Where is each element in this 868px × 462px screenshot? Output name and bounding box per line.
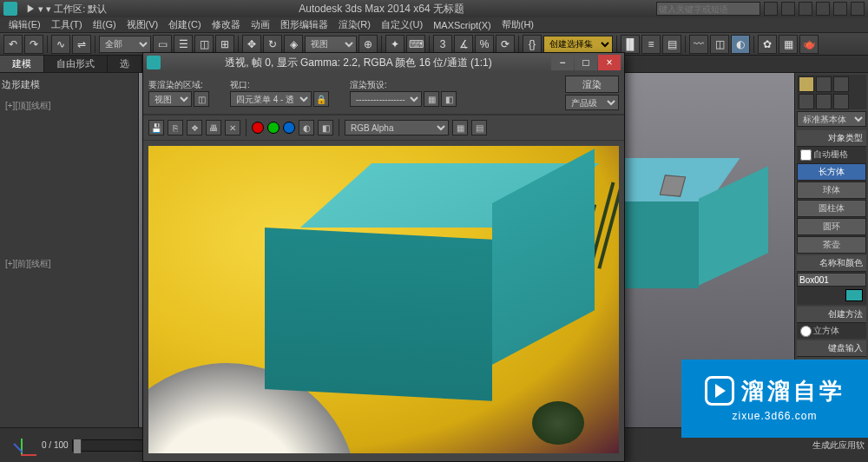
select-region-icon[interactable]: ◫: [194, 35, 214, 54]
percent-snap-icon[interactable]: %: [475, 35, 494, 54]
help-icon[interactable]: [816, 2, 830, 16]
menu-rendering[interactable]: 渲染(R): [333, 18, 376, 31]
manipulate-icon[interactable]: ✦: [385, 35, 404, 54]
object-color-swatch[interactable]: [845, 289, 863, 301]
scale-icon[interactable]: ◈: [284, 35, 303, 54]
signin-icon[interactable]: [781, 2, 795, 16]
rotate-icon[interactable]: ↻: [263, 35, 282, 54]
viewport-label-top[interactable]: [+][顶][线框]: [2, 98, 136, 114]
dialog-maximize-button[interactable]: □: [575, 55, 597, 70]
toggle-overlay-icon[interactable]: ▦: [452, 120, 468, 135]
select-icon[interactable]: ▭: [153, 35, 172, 54]
undo-icon[interactable]: ↶: [3, 35, 23, 54]
menu-tools[interactable]: 工具(T): [46, 18, 88, 31]
select-by-name-icon[interactable]: ☰: [174, 35, 193, 54]
prim-cylinder-button[interactable]: 圆柱体: [797, 200, 866, 217]
hierarchy-tab-icon[interactable]: [833, 76, 849, 92]
rendered-image[interactable]: [143, 141, 624, 459]
dialog-close-button[interactable]: ×: [598, 55, 621, 70]
viewport-combo[interactable]: 四元菜单 4 - 透: [230, 91, 312, 107]
object-type-header[interactable]: 对象类型: [797, 130, 866, 147]
utilities-tab-icon[interactable]: [833, 94, 849, 109]
motion-tab-icon[interactable]: [799, 94, 814, 109]
maximize-icon[interactable]: [851, 2, 865, 16]
render-setup-icon[interactable]: ▦: [424, 91, 439, 107]
menu-customize[interactable]: 自定义(U): [376, 18, 428, 31]
menu-animation[interactable]: 动画: [246, 18, 275, 31]
menu-maxscript[interactable]: MAXScript(X): [428, 20, 496, 30]
env-icon[interactable]: ◧: [441, 91, 457, 107]
named-set-combo[interactable]: 创建选择集: [543, 36, 613, 53]
move-icon[interactable]: ✥: [242, 35, 261, 54]
display-tab-icon[interactable]: [816, 94, 832, 109]
render-quality-combo[interactable]: 产品级: [565, 95, 619, 110]
channel-display-combo[interactable]: RGB Alpha: [345, 120, 449, 135]
menu-help[interactable]: 帮助(H): [496, 18, 539, 31]
alpha-icon[interactable]: ◐: [299, 120, 314, 135]
method-cube-radio[interactable]: 立方体: [797, 323, 866, 339]
channel-b-icon[interactable]: [283, 122, 295, 134]
render-preset-combo[interactable]: -----------------: [350, 91, 422, 107]
spinner-snap-icon[interactable]: ⟳: [496, 35, 515, 54]
prim-box-button[interactable]: 长方体: [797, 163, 866, 181]
snap-toggle-icon[interactable]: 3: [433, 35, 452, 54]
toggle-ui-icon[interactable]: ▤: [471, 120, 487, 135]
viewport-label-front[interactable]: [+][前][线框]: [2, 256, 136, 272]
help-search-input[interactable]: [656, 2, 760, 16]
menu-edit[interactable]: 编辑(E): [3, 18, 46, 31]
minimize-icon[interactable]: [833, 2, 847, 16]
autogrid-check[interactable]: 自动栅格: [797, 147, 866, 162]
favorites-icon[interactable]: [799, 2, 812, 16]
schematic-icon[interactable]: ◫: [710, 35, 729, 54]
link-icon[interactable]: ∿: [51, 35, 70, 54]
curve-editor-icon[interactable]: 〰: [689, 35, 708, 54]
named-sets-edit-icon[interactable]: {}: [523, 35, 542, 54]
print-icon[interactable]: 🖶: [206, 120, 221, 135]
render-setup-icon[interactable]: ✿: [758, 35, 777, 54]
menu-create[interactable]: 创建(C): [163, 18, 206, 31]
keyboard-entry-header[interactable]: 键盘输入: [797, 340, 866, 357]
dialog-title-bar[interactable]: 透视, 帧 0, 显示 Gamma: 2.2, RGBA 颜色 16 位/通道 …: [143, 53, 624, 72]
save-image-icon[interactable]: 💾: [148, 120, 164, 135]
menu-modifiers[interactable]: 修改器: [207, 18, 246, 31]
selection-filter[interactable]: 全部: [99, 36, 151, 53]
viewcube[interactable]: [655, 168, 690, 203]
render-button[interactable]: 渲染: [565, 76, 619, 93]
prim-teapot-button[interactable]: 茶壶: [797, 236, 866, 254]
render-frame-icon[interactable]: ▦: [779, 35, 798, 54]
align-icon[interactable]: ≡: [641, 35, 661, 54]
infocenter-icon[interactable]: [764, 2, 778, 16]
unlink-icon[interactable]: ⇌: [72, 35, 91, 54]
window-crossing-icon[interactable]: ⊞: [215, 35, 234, 54]
menu-grapheditors[interactable]: 图形编辑器: [275, 18, 333, 31]
prim-sphere-button[interactable]: 球体: [797, 182, 866, 199]
modify-tab-icon[interactable]: [816, 76, 832, 92]
tab-selection[interactable]: 选: [108, 56, 142, 72]
material-editor-icon[interactable]: ◐: [731, 35, 750, 54]
object-name-input[interactable]: [797, 273, 866, 287]
pivot-icon[interactable]: ⊕: [358, 35, 378, 54]
dialog-minimize-button[interactable]: −: [551, 55, 574, 70]
lock-viewport-icon[interactable]: 🔒: [313, 91, 329, 107]
create-tab-icon[interactable]: [799, 76, 814, 92]
prim-torus-button[interactable]: 圆环: [797, 218, 866, 235]
angle-snap-icon[interactable]: ∡: [454, 35, 473, 54]
render-icon[interactable]: 🫖: [799, 35, 819, 54]
menu-group[interactable]: 组(G): [88, 18, 122, 31]
tab-freeform[interactable]: 自由形式: [44, 56, 108, 72]
region-edit-icon[interactable]: ◫: [194, 91, 209, 107]
layers-icon[interactable]: ▤: [662, 35, 681, 54]
clone-icon[interactable]: ❖: [187, 120, 202, 135]
tab-modeling[interactable]: 建模: [0, 56, 44, 72]
menu-views[interactable]: 视图(V): [122, 18, 164, 31]
channel-g-icon[interactable]: [267, 122, 279, 134]
redo-icon[interactable]: ↷: [24, 35, 43, 54]
geometry-category[interactable]: 标准基本体: [797, 111, 866, 127]
channel-r-icon[interactable]: [252, 122, 264, 134]
mirror-icon[interactable]: ▐▌: [621, 35, 640, 54]
mono-icon[interactable]: ◧: [318, 120, 333, 135]
creation-method-header[interactable]: 创建方法: [797, 307, 866, 323]
ref-coord-system[interactable]: 视图: [305, 36, 357, 53]
keyboard-shortcut-icon[interactable]: ⌨: [406, 35, 425, 54]
area-to-render-combo[interactable]: 视图: [148, 91, 192, 107]
